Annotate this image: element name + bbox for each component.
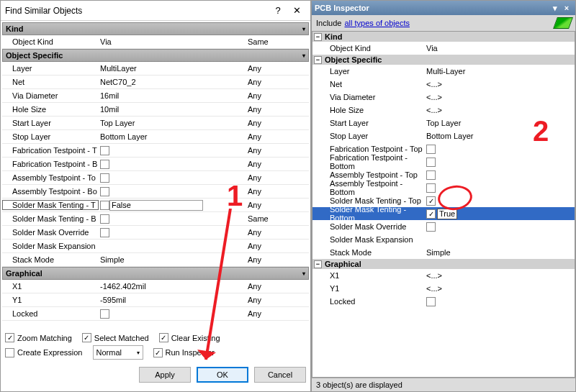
row-start-layer[interactable]: Start LayerTop LayerAny	[2, 117, 309, 130]
checkbox[interactable]	[426, 297, 436, 306]
checkbox[interactable]	[426, 183, 436, 193]
checkbox[interactable]	[426, 222, 436, 232]
irow-y1[interactable]: Y1<...>	[312, 282, 575, 295]
status-bar: 3 object(s) are displayed	[312, 378, 575, 391]
isection-graphical[interactable]: −Graphical	[312, 259, 575, 269]
irow-stop-layer[interactable]: Stop LayerBottom Layer	[312, 129, 575, 142]
irow-stack[interactable]: Stack ModeSimple	[312, 246, 575, 259]
opt-select-matched[interactable]: Select Matched	[82, 333, 149, 342]
irow-asm-bottom[interactable]: Assembly Testpoint - Bottom	[312, 181, 575, 194]
cancel-button[interactable]: Cancel	[254, 367, 306, 383]
irow-layer[interactable]: LayerMulti-Layer	[312, 65, 575, 78]
irow-smt-bottom[interactable]: Solder Mask Tenting - BottomTrue	[312, 207, 575, 220]
checkbox[interactable]	[426, 170, 436, 180]
irow-object-kind[interactable]: Object KindVia	[312, 42, 575, 55]
irow-locked[interactable]: Locked	[312, 295, 575, 308]
chevron-down-icon: ▾	[137, 350, 140, 356]
checkbox[interactable]	[100, 309, 109, 319]
row-object-kind[interactable]: Object KindViaSame	[2, 35, 309, 49]
ok-button[interactable]: OK	[197, 367, 248, 383]
irow-hole-size[interactable]: Hole Size<...>	[312, 104, 575, 117]
close-icon[interactable]: ×	[561, 4, 572, 12]
row-y1[interactable]: Y1-595milAny	[2, 293, 309, 307]
checkbox[interactable]	[426, 196, 436, 206]
row-via-diameter[interactable]: Via Diameter16milAny	[2, 89, 309, 103]
mask-combo[interactable]: Normal▾	[93, 345, 143, 360]
irow-via-dia[interactable]: Via Diameter<...>	[312, 91, 575, 104]
row-asm-top[interactable]: Assembly Testpoint - ToAny	[2, 171, 309, 185]
chevron-down-icon: ▾	[302, 270, 305, 277]
dialog-footer: Zoom Matching Select Matched Clear Exist…	[1, 329, 310, 391]
help-button[interactable]: ?	[269, 3, 287, 19]
value-edit[interactable]: True	[437, 209, 457, 219]
opt-zoom-matching[interactable]: Zoom Matching	[5, 333, 72, 342]
checkbox[interactable]	[100, 187, 109, 196]
checkbox[interactable]	[100, 160, 109, 169]
row-sm-override[interactable]: Solder Mask OverrideAny	[2, 226, 309, 240]
irow-sm-override[interactable]: Solder Mask Override	[312, 220, 575, 233]
collapse-icon[interactable]: −	[314, 260, 322, 268]
dropdown-icon[interactable]: ▾	[549, 4, 561, 13]
pcb-inspector-panel: PCB Inspector ▾ × Include all types of o…	[312, 1, 575, 391]
row-x1[interactable]: X1-1462.402milAny	[2, 280, 309, 293]
checkbox[interactable]	[100, 214, 109, 224]
row-net[interactable]: NetNetC70_2Any	[2, 76, 309, 89]
net-link[interactable]: Net	[330, 80, 342, 88]
inspector-titlebar: PCB Inspector ▾ ×	[312, 1, 575, 15]
section-object-specific[interactable]: Object Specific▾	[2, 49, 309, 62]
checkbox[interactable]	[426, 209, 436, 219]
value-input[interactable]: False	[109, 200, 203, 211]
dialog-titlebar: Find Similar Objects ? ✕	[1, 1, 310, 21]
irow-start-layer[interactable]: Start LayerTop Layer	[312, 117, 575, 129]
irow-net[interactable]: Net<...>	[312, 78, 575, 91]
row-fab-top[interactable]: Fabrication Testpoint - TAny	[2, 144, 309, 158]
opt-create-expression[interactable]: Create Expression	[5, 348, 83, 357]
isection-objspec[interactable]: −Object Specific	[312, 55, 575, 65]
apply-button[interactable]: Apply	[139, 367, 191, 383]
checkbox[interactable]	[100, 146, 109, 155]
chevron-down-icon: ▾	[302, 53, 305, 59]
checkbox[interactable]	[100, 228, 109, 237]
row-smt-top[interactable]: Solder Mask Tenting - TFalseAny	[2, 199, 309, 212]
opt-clear-existing[interactable]: Clear Existing	[159, 333, 220, 342]
row-locked[interactable]: LockedAny	[2, 307, 309, 321]
row-stop-layer[interactable]: Stop LayerBottom LayerAny	[2, 130, 309, 144]
collapse-icon[interactable]: −	[314, 33, 322, 41]
opt-run-inspector[interactable]: Run Inspector	[153, 348, 215, 357]
irow-fab-bottom[interactable]: Fabrication Testpoint - Bottom	[312, 155, 575, 168]
irow-sm-expansion[interactable]: Solder Mask Expansion	[312, 233, 575, 246]
isection-kind[interactable]: −Kind	[312, 32, 575, 42]
collapse-icon[interactable]: −	[314, 56, 322, 64]
section-graphical[interactable]: Graphical▾	[2, 267, 309, 280]
row-smt-bottom[interactable]: Solder Mask Tenting - BSame	[2, 212, 309, 226]
find-similar-dialog: Find Similar Objects ? ✕ Kind▾ Object Ki…	[1, 1, 312, 391]
dialog-title: Find Similar Objects	[5, 6, 269, 16]
row-stack-mode[interactable]: Stack ModeSimpleAny	[2, 253, 309, 267]
section-kind[interactable]: Kind▾	[2, 22, 309, 35]
checkbox[interactable]	[100, 173, 109, 183]
checkbox[interactable]	[426, 158, 436, 167]
inspector-title: PCB Inspector	[315, 4, 369, 12]
pcb-icon	[553, 17, 573, 29]
irow-x1[interactable]: X1<...>	[312, 269, 575, 282]
include-bar: Include all types of objects	[312, 15, 575, 31]
include-link[interactable]: all types of objects	[344, 19, 410, 27]
row-sm-expansion[interactable]: Solder Mask ExpansionAny	[2, 240, 309, 253]
chevron-down-icon: ▾	[302, 26, 305, 32]
checkbox[interactable]	[426, 145, 436, 154]
row-fab-bottom[interactable]: Fabrication Testpoint - BAny	[2, 158, 309, 171]
checkbox[interactable]	[100, 201, 109, 210]
row-asm-bottom[interactable]: Assembly Testpoint - BoAny	[2, 185, 309, 199]
row-layer[interactable]: LayerMultiLayerAny	[2, 62, 309, 76]
close-button[interactable]: ✕	[287, 3, 306, 19]
row-hole-size[interactable]: Hole Size10milAny	[2, 103, 309, 117]
